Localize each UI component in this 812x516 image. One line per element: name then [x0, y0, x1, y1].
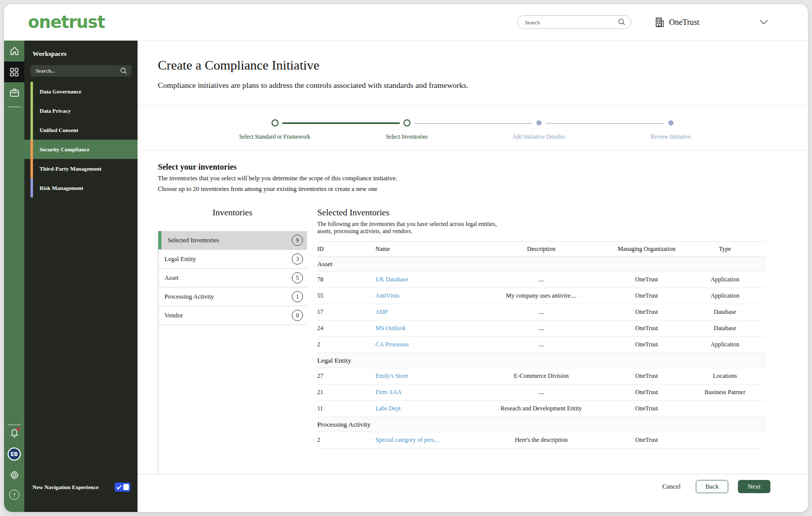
inventory-link[interactable]: UK Database	[376, 276, 408, 283]
workspace-color-bar	[30, 159, 33, 178]
step-label: Select Inventories	[341, 134, 473, 140]
workspace-color-bar	[30, 140, 33, 159]
workspace-search	[30, 65, 131, 77]
table-row: 27Emily's StoreE-Commerce DivisionOneTru…	[317, 368, 765, 384]
cell-type: Business Patrner	[685, 384, 765, 401]
stepper-section: Select Standard or Framework Select Inve…	[138, 105, 808, 150]
inventory-link[interactable]: MS Outlook	[376, 325, 406, 332]
selected-inventories-table-body: Asset78UK Database....OneTrustApplicatio…	[317, 256, 765, 448]
inventory-link[interactable]: ADP	[376, 308, 388, 315]
workspaces-nav-button[interactable]	[4, 61, 24, 82]
apps-grid-icon	[10, 68, 19, 77]
inventory-count-badge: 5	[292, 272, 303, 283]
onetrust-logo: onetrust	[28, 14, 105, 30]
global-search-input[interactable]	[517, 15, 631, 29]
page-header: Create a Compliance Initiative Complianc…	[138, 41, 808, 105]
inventory-category-selected-inventories[interactable]: Selected Inventories9	[158, 231, 307, 250]
rail-divider	[8, 107, 21, 107]
workspace-item-label: Risk Management	[40, 185, 83, 191]
cell-name: Emily's Store	[376, 368, 474, 384]
inventory-category-label: Asset	[164, 274, 179, 282]
step-dot-current[interactable]	[403, 119, 411, 126]
table-group-row-processing-activity: Processing Activity	[317, 417, 765, 432]
inventory-link[interactable]: AntiVirus	[376, 292, 399, 299]
next-button[interactable]: Next	[738, 480, 770, 493]
workspace-item-label: Data Governance	[40, 88, 81, 94]
cell-managing-organization: OneTrust	[608, 368, 685, 384]
inventory-link[interactable]: Special category of pers...	[376, 436, 439, 443]
rail-divider-bottom	[8, 425, 21, 425]
inventory-category-asset[interactable]: Asset5	[158, 269, 307, 287]
help-button[interactable]: ?	[9, 490, 19, 500]
workspace-search-input[interactable]	[30, 65, 131, 77]
step-dot-upcoming	[668, 120, 673, 125]
back-button[interactable]: Back	[696, 480, 728, 493]
wizard-footer: Cancel Back Next	[138, 474, 808, 512]
workspaces-panel: Workspaces Data GovernanceData PrivacyUn…	[24, 41, 138, 512]
home-nav-button[interactable]	[4, 41, 24, 61]
workspace-item-third-party-management[interactable]: Third-Party Management	[24, 159, 138, 178]
inventory-category-legal-entity[interactable]: Legal Entity3	[158, 250, 307, 269]
cell-description: Here's the description	[474, 432, 608, 448]
cell-type: Database	[685, 320, 765, 337]
workspace-item-label: Data Privacy	[40, 108, 71, 114]
cell-managing-organization: OneTrust	[608, 432, 685, 448]
section-heading: Select your inventories	[158, 163, 765, 172]
cell-type	[685, 401, 765, 417]
projects-nav-button[interactable]	[4, 82, 24, 103]
inventory-link[interactable]: Firm AAA	[376, 389, 402, 396]
app-body: EB ? Workspaces Data GovernanceData Priv…	[4, 41, 808, 512]
cell-description: My company uses antivire....	[474, 288, 608, 304]
stepper-connector-done	[282, 122, 400, 124]
top-header: onetrust OneTrust	[4, 4, 808, 41]
new-navigation-toggle[interactable]	[115, 482, 130, 492]
search-icon	[120, 67, 127, 75]
table-row: 21Firm AAA....OneTrustBusiness Patrner	[317, 384, 765, 401]
avatar[interactable]: EB	[8, 447, 21, 461]
column-header-name: Name	[376, 242, 474, 256]
page-title: Create a Compliance Initiative	[158, 58, 788, 73]
cell-managing-organization: OneTrust	[608, 384, 685, 401]
step-dot-complete[interactable]	[272, 119, 279, 126]
inventory-link[interactable]: Labs Dept	[376, 405, 401, 412]
notification-dot	[17, 428, 20, 431]
section-description-line2: Choose up to 20 inventories from among y…	[158, 185, 765, 193]
table-row: 2Special category of pers...Here's the d…	[317, 432, 765, 448]
cell-id: 11	[317, 401, 376, 417]
settings-button[interactable]	[10, 470, 19, 480]
inventory-category-vendor[interactable]: Vendor0	[158, 306, 307, 325]
cell-type: Application	[685, 288, 765, 304]
inventory-category-processing-activity[interactable]: Processing Activity1	[158, 287, 307, 306]
workspace-item-data-privacy[interactable]: Data Privacy	[24, 101, 138, 120]
workspace-item-data-governance[interactable]: Data Governance	[24, 82, 138, 101]
cell-managing-organization: OneTrust	[608, 288, 685, 304]
cell-id: 17	[317, 304, 376, 320]
workspace-item-security-compliance[interactable]: Security Compliance	[24, 140, 138, 159]
cell-description: ....	[474, 384, 608, 401]
selected-inventories-column: Selected Inventories The following are t…	[317, 207, 765, 474]
cancel-button[interactable]: Cancel	[655, 480, 688, 493]
cell-id: 2	[317, 337, 376, 353]
step-label: Review Initiative	[605, 134, 737, 140]
checkmark-icon	[116, 485, 122, 490]
cell-type: Application	[685, 337, 765, 353]
workspaces-title: Workspaces	[24, 41, 138, 64]
cell-name: Special category of pers...	[376, 432, 474, 448]
table-group-row-legal-entity: Legal Entity	[317, 353, 765, 368]
workspace-color-bar	[30, 120, 33, 140]
cell-id: 27	[317, 368, 376, 384]
table-row: 11Labs DeptReseach and Development Entit…	[317, 401, 765, 417]
org-switcher[interactable]: OneTrust	[655, 17, 699, 27]
chevron-down-icon[interactable]	[759, 19, 768, 25]
inventory-link[interactable]: CA Processes	[376, 341, 409, 348]
cell-id: 2	[317, 432, 376, 448]
main-area: Create a Compliance Initiative Complianc…	[138, 41, 808, 512]
cell-managing-organization: OneTrust	[608, 272, 685, 288]
cell-id: 55	[317, 288, 376, 304]
workspace-item-unified-consent[interactable]: Unified Consent	[24, 120, 138, 140]
inventory-link[interactable]: Emily's Store	[376, 372, 409, 379]
notifications-button[interactable]	[10, 429, 19, 438]
workspace-item-risk-management[interactable]: Risk Management	[24, 178, 138, 198]
selected-description-line1: The following are the inventories that y…	[317, 221, 765, 227]
section-description-line1: The inventories that you select will hel…	[158, 175, 765, 182]
